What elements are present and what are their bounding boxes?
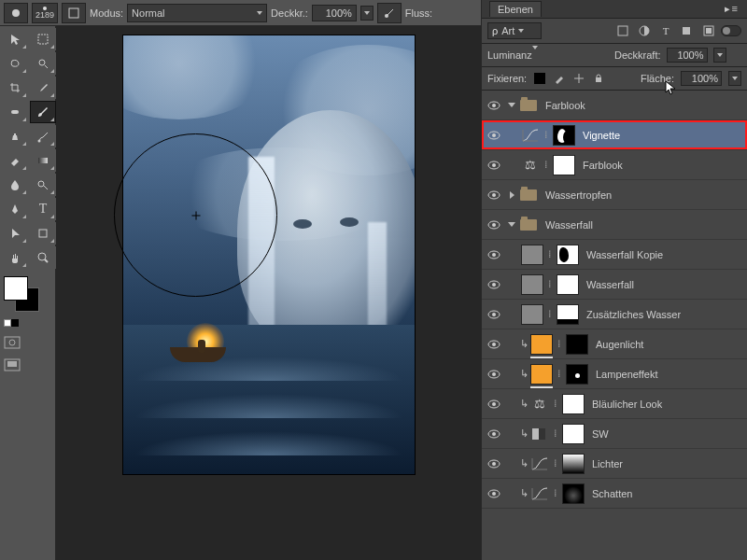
panel-menu-icon[interactable]: ▸≡ xyxy=(725,3,740,15)
filter-toggle[interactable] xyxy=(721,25,741,36)
zoom-tool[interactable] xyxy=(30,246,56,269)
shape-tool[interactable] xyxy=(30,222,56,245)
color-swatches[interactable] xyxy=(0,271,55,332)
group-toggle[interactable] xyxy=(506,100,517,111)
layer-blend-mode[interactable]: Luminanz xyxy=(487,49,609,61)
mask-link-icon[interactable]: ⁞ xyxy=(542,129,551,141)
visibility-toggle[interactable] xyxy=(482,131,506,140)
lock-paint-icon[interactable] xyxy=(553,72,566,85)
tool-preset-button[interactable] xyxy=(4,3,28,23)
layer-row[interactable]: Wasserfall xyxy=(482,210,747,240)
layer-thumbnail[interactable] xyxy=(521,245,543,265)
group-toggle[interactable] xyxy=(506,219,517,231)
layer-row[interactable]: ↳⁞Augenlicht xyxy=(482,329,747,359)
canvas-area[interactable] xyxy=(56,26,481,560)
panel-title[interactable]: Ebenen xyxy=(489,1,542,17)
layer-mask-thumbnail[interactable] xyxy=(562,483,585,504)
filter-shape-icon[interactable] xyxy=(681,24,694,37)
mask-link-icon[interactable]: ⁞ xyxy=(555,368,564,380)
mask-link-icon[interactable]: ⁞ xyxy=(551,398,560,410)
visibility-toggle[interactable] xyxy=(482,370,506,379)
layer-thumbnail[interactable] xyxy=(521,274,543,295)
layer-name[interactable]: Zusätzliches Wasser xyxy=(586,309,741,320)
layer-thumbnail[interactable] xyxy=(530,364,553,385)
mask-link-icon[interactable]: ⁞ xyxy=(551,427,560,440)
screenmode-toggle[interactable] xyxy=(0,355,55,377)
layer-name[interactable]: Wasserfall xyxy=(586,279,741,290)
layer-mask-thumbnail[interactable] xyxy=(553,155,575,175)
layer-name[interactable]: Wasserfall xyxy=(545,219,741,231)
layer-row[interactable]: ⁞Wasserfall xyxy=(482,270,747,300)
layer-row[interactable]: ⚖⁞Farblook xyxy=(482,150,747,180)
layer-thumbnail[interactable] xyxy=(521,304,543,325)
visibility-toggle[interactable] xyxy=(482,250,506,259)
layer-row[interactable]: Farblook xyxy=(482,91,747,120)
visibility-toggle[interactable] xyxy=(482,429,506,439)
layer-mask-thumbnail[interactable] xyxy=(566,364,588,385)
lock-transparent-icon[interactable] xyxy=(533,72,546,85)
layer-row[interactable]: ↳⚖⁞Bläulicher Look xyxy=(482,389,747,419)
clone-stamp-tool[interactable] xyxy=(2,125,28,147)
layer-mask-thumbnail[interactable] xyxy=(557,304,579,325)
path-select-tool[interactable] xyxy=(2,222,28,245)
layer-mask-thumbnail[interactable] xyxy=(562,394,585,414)
layer-opacity-dropdown[interactable] xyxy=(713,48,726,63)
visibility-toggle[interactable] xyxy=(482,161,506,170)
layer-mask-thumbnail[interactable] xyxy=(557,274,579,295)
layer-name[interactable]: Wasserfall Kopie xyxy=(586,249,741,260)
layer-name[interactable]: Farblook xyxy=(583,160,741,171)
layer-row[interactable]: ⁞Wasserfall Kopie xyxy=(482,240,747,270)
filter-smart-icon[interactable] xyxy=(702,24,715,37)
visibility-toggle[interactable] xyxy=(482,399,506,409)
lasso-tool[interactable] xyxy=(2,52,28,75)
foreground-color[interactable] xyxy=(4,276,28,301)
layer-row[interactable]: ↳⁞Lampeneffekt xyxy=(482,359,747,389)
visibility-toggle[interactable] xyxy=(482,101,506,110)
layer-name[interactable]: Augenlicht xyxy=(596,339,741,350)
opacity-input[interactable]: 100% xyxy=(312,5,357,21)
lock-all-icon[interactable] xyxy=(592,72,605,85)
layer-mask-thumbnail[interactable] xyxy=(562,454,585,474)
quick-select-tool[interactable] xyxy=(30,52,56,75)
move-tool[interactable] xyxy=(2,28,28,50)
blend-mode-select[interactable]: Normal xyxy=(127,4,267,22)
pressure-opacity-toggle[interactable] xyxy=(377,3,402,23)
filter-adjust-icon[interactable] xyxy=(638,24,651,37)
mask-link-icon[interactable]: ⁞ xyxy=(545,248,555,260)
layer-row[interactable]: ⁞Zusätzliches Wasser xyxy=(482,300,747,329)
layer-name[interactable]: Lichter xyxy=(592,458,741,469)
history-brush-tool[interactable] xyxy=(30,125,56,147)
visibility-toggle[interactable] xyxy=(482,280,506,289)
layer-list[interactable]: Farblook⁞Vignette⚖⁞FarblookWassertropfen… xyxy=(482,91,747,560)
blur-tool[interactable] xyxy=(2,174,28,196)
marquee-tool[interactable] xyxy=(30,28,56,50)
layer-filter-type[interactable]: ρArt xyxy=(487,22,542,39)
visibility-toggle[interactable] xyxy=(482,190,506,200)
layer-name[interactable]: Lampeneffekt xyxy=(596,369,741,380)
gradient-tool[interactable] xyxy=(30,149,56,172)
visibility-toggle[interactable] xyxy=(482,459,506,469)
layer-thumbnail[interactable] xyxy=(530,334,553,355)
mask-link-icon[interactable]: ⁞ xyxy=(545,308,555,320)
mask-link-icon[interactable]: ⁞ xyxy=(545,278,555,290)
layer-row[interactable]: ↳⁞Lichter xyxy=(482,449,747,479)
layer-mask-thumbnail[interactable] xyxy=(566,334,588,355)
layer-mask-thumbnail[interactable] xyxy=(562,424,585,444)
mask-link-icon[interactable]: ⁞ xyxy=(551,457,560,469)
layer-name[interactable]: Farblook xyxy=(545,100,741,111)
layer-row[interactable]: ↳⁞Schatten xyxy=(482,479,747,509)
mask-link-icon[interactable]: ⁞ xyxy=(551,487,560,499)
layer-name[interactable]: Schatten xyxy=(592,488,741,499)
lock-position-icon[interactable] xyxy=(572,72,585,85)
fill-input[interactable]: 100% xyxy=(681,71,722,86)
visibility-toggle[interactable] xyxy=(482,310,506,319)
dodge-tool[interactable] xyxy=(30,174,56,196)
eyedropper-tool[interactable] xyxy=(30,77,56,99)
layer-row[interactable]: ↳⁞SW xyxy=(482,419,747,449)
type-tool[interactable]: T xyxy=(30,198,56,220)
filter-type-icon[interactable]: T xyxy=(659,24,672,37)
mask-link-icon[interactable]: ⁞ xyxy=(542,159,551,171)
brush-panel-toggle[interactable] xyxy=(62,3,86,23)
layer-name[interactable]: SW xyxy=(592,428,741,440)
mask-link-icon[interactable]: ⁞ xyxy=(555,338,564,350)
